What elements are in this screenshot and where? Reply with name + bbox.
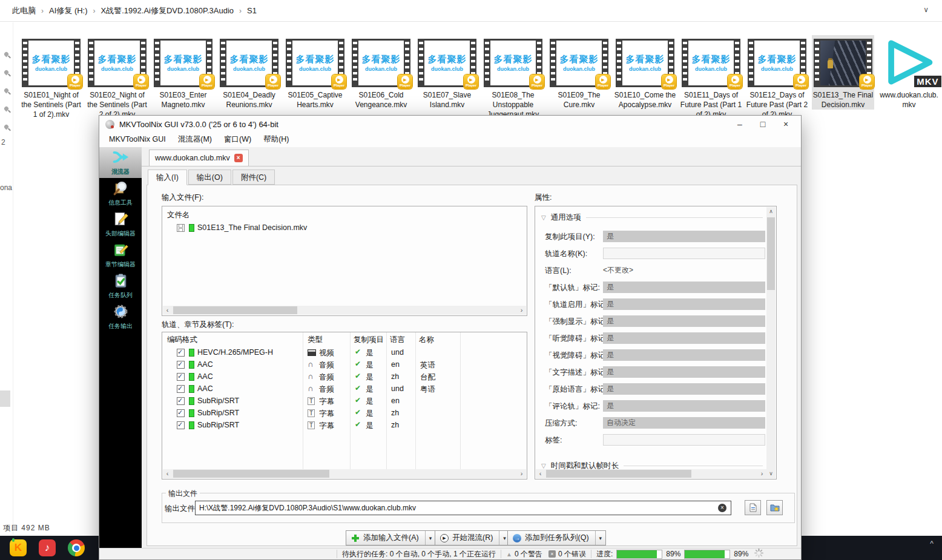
scrollbar-thumb[interactable] [173,470,329,478]
player-badge-icon: ▶Player [860,74,874,89]
sidebar-tool-info-tool[interactable]: 信息工具 [99,178,142,209]
horizontal-scrollbar[interactable]: ‹ › [163,469,526,478]
file-item[interactable]: 多看聚影duokan.club▶PlayerS01E09_The Cure.mk… [548,35,610,110]
add-source-files-button[interactable]: 添加输入文件(A)▾ [346,530,436,545]
breadcrumb-item[interactable]: X战警.1992.Ai修复DVD.1080P.3Audio [101,5,234,16]
tab-input[interactable]: 输入(I) [148,170,187,185]
properties-label: 属性: [535,193,552,203]
horizontal-scrollbar[interactable]: ‹ › [163,306,526,315]
tab-attachments[interactable]: 附件(C) [232,170,275,185]
breadcrumb-item[interactable]: S1 [247,6,257,15]
track-row[interactable]: ✓AAC∩音频✔是zh台配 [162,371,517,383]
column-header[interactable]: 编码格式 [167,335,197,345]
property-value[interactable]: <不更改> [603,265,765,276]
dropdown-caret-icon[interactable]: ▾ [425,531,436,545]
breadcrumb-item[interactable]: AI修复 (H:) [49,5,88,16]
sidebar-tool-job-queue[interactable]: 任务队列 [99,271,142,301]
film-sprocket [418,41,424,85]
add-to-job-queue-button[interactable]: →添加到任务队列(Q)▾ [507,530,606,545]
file-item[interactable]: 多看聚影duokan.club▶PlayerS01E03_Enter Magne… [152,35,214,110]
track-row[interactable]: ✓AAC∩音频✔是en英语 [162,359,517,371]
file-item[interactable]: 多看聚影duokan.club▶PlayerS01E04_Deadly Reun… [218,35,280,110]
maximize-button[interactable]: □ [751,116,774,132]
column-header[interactable]: 语言 [390,335,405,345]
output-file-input[interactable] [195,501,731,515]
track-row[interactable]: ✓HEVC/H.265/MPEG-H视频✔是und [162,347,517,359]
track-row[interactable]: ✓AAC∩音频✔是und粤语 [162,383,517,395]
netease-music-icon[interactable]: ♪ [39,539,56,556]
file-item[interactable]: 多看聚影duokan.club▶PlayerS01E01_Night of th… [20,35,82,119]
scroll-left-icon[interactable]: ‹ [163,306,172,315]
close-tab-icon[interactable]: × [234,154,243,162]
scroll-left-icon[interactable]: ‹ [536,469,545,478]
close-button[interactable]: × [774,116,797,132]
titlebar[interactable]: MKVToolNix GUI v73.0.0 ('25 or 6 to 4') … [99,116,801,133]
collapse-triangle-icon[interactable]: ▽ [541,463,546,469]
scroll-left-icon[interactable]: ‹ [163,469,172,478]
track-checkbox[interactable]: ✓ [177,421,185,429]
input-file-row[interactable]: S01E13_The Final Decision.mkv [162,222,527,234]
column-header[interactable]: 复制项目 [354,335,384,345]
minimize-button[interactable]: – [728,116,751,132]
filename-column-header[interactable]: 文件名 [167,210,190,220]
property-input[interactable] [603,248,765,259]
track-checkbox[interactable]: ✓ [177,361,185,369]
property-input[interactable] [603,434,765,446]
track-checkbox[interactable]: ✓ [177,373,185,381]
scroll-right-icon[interactable]: › [517,306,526,315]
menu-item[interactable]: 混流器(M) [172,133,218,147]
menu-item[interactable]: 窗口(W) [218,133,257,147]
file-item[interactable]: MKVwww.duokan.club.mkv [878,35,940,110]
scroll-right-icon[interactable]: › [517,469,526,478]
breadcrumb-item[interactable]: 此电脑 [12,5,36,16]
file-item[interactable]: 多看聚影duokan.club▶PlayerS01E08_The Unstopp… [482,35,544,119]
column-header[interactable]: 名称 [419,335,434,345]
sidebar-tool-job-output[interactable]: 任务输出 [99,301,142,332]
sidebar-tool-multiplexer[interactable]: 混流器 [99,147,142,178]
file-item[interactable]: 多看聚影duokan.club▶PlayerS01E12_Days of Fut… [746,35,808,119]
horizontal-scrollbar[interactable]: ‹ › [536,469,766,478]
copy-filename-button[interactable] [745,500,761,515]
menu-item[interactable]: 帮助(H) [257,133,295,147]
sidebar-tool-header-editor[interactable]: 头部编辑器 [99,209,142,240]
tracks-table[interactable]: 编码格式类型复制项目语言名称 ✓HEVC/H.265/MPEG-H视频✔是und… [162,332,527,479]
track-row[interactable]: ✓SubRip/SRTT字幕✔是en [162,395,517,407]
scroll-down-icon[interactable]: ∨ [766,469,776,478]
scrollbar-thumb[interactable] [546,470,691,478]
input-files-list[interactable]: 文件名 S01E13_The Final Decision.mkv ‹ › [162,206,527,316]
scroll-up-icon[interactable]: ∧ [766,207,776,216]
brand-text: 多看聚影 [98,54,137,65]
file-item[interactable]: 多看聚影duokan.club▶PlayerS01E02_Night of th… [86,35,148,119]
chrome-icon[interactable] [68,539,85,556]
vertical-scrollbar[interactable]: ∧ ∨ [766,207,776,478]
track-row[interactable]: ✓SubRip/SRTT字幕✔是zh [162,420,517,432]
column-header[interactable]: 类型 [308,335,323,345]
track-row[interactable]: ✓SubRip/SRTT字幕✔是zh [162,407,517,420]
track-checkbox[interactable]: ✓ [177,385,185,393]
file-item[interactable]: 多看聚影duokan.club▶PlayerS01E10_Come the Ap… [614,35,676,110]
menu-item[interactable]: MKVToolNix GUI [103,133,172,147]
file-tab[interactable]: www.duokan.club.mkv × [149,150,249,166]
track-checkbox[interactable]: ✓ [177,397,185,405]
general-options-section[interactable]: ▽ 通用选项 [541,212,763,222]
file-item[interactable]: 多看聚影duokan.club▶PlayerS01E11_Days of Fut… [680,35,742,119]
track-checkbox[interactable]: ✓ [177,349,185,357]
scroll-right-icon[interactable]: › [757,469,766,478]
start-multiplexing-button[interactable]: ▶开始混流(R)▾ [435,530,510,545]
scrollbar-thumb[interactable] [767,217,775,290]
collapse-triangle-icon[interactable]: ▽ [541,214,546,221]
kuaishou-icon[interactable]: K [10,539,27,556]
clear-output-icon[interactable]: × [718,504,726,512]
tab-output[interactable]: 输出(O) [188,170,231,185]
browse-output-button[interactable] [766,500,783,515]
track-checkbox[interactable]: ✓ [177,409,185,417]
file-item[interactable]: 多看聚影duokan.club▶PlayerS01E05_Captive Hea… [284,35,346,110]
file-item[interactable]: 多看聚影duokan.club▶PlayerS01E07_Slave Islan… [416,35,478,110]
dropdown-caret-icon[interactable]: ▾ [595,531,606,545]
file-item[interactable]: 多看聚影duokan.club▶PlayerS01E06_Cold Vengea… [350,35,412,110]
taskbar-overflow-icon[interactable]: ^ [930,539,934,548]
file-item[interactable]: ▶PlayerS01E13_The Final Decision.mkv [812,35,874,110]
chevron-down-icon[interactable]: ∨ [923,5,929,14]
sidebar-tool-chapter-editor[interactable]: 章节编辑器 [99,240,142,271]
scrollbar-thumb[interactable] [173,306,297,314]
